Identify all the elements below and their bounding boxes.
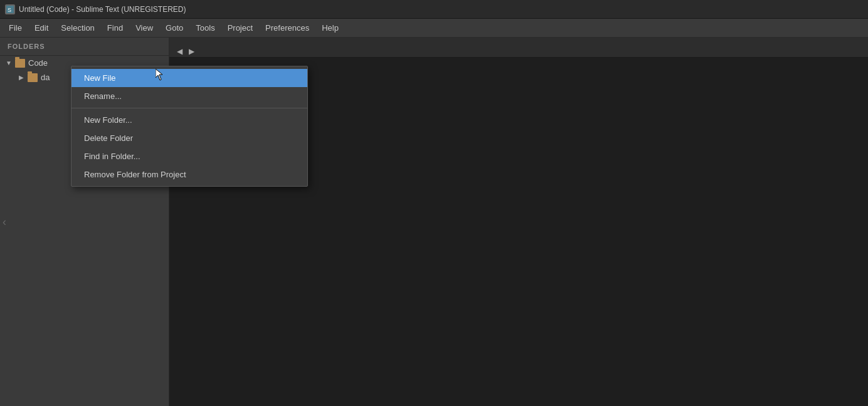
menu-project[interactable]: Project [221, 21, 259, 35]
subfolder-arrow-icon: ▶ [18, 74, 25, 81]
menu-edit[interactable]: Edit [28, 21, 55, 35]
nav-forward-icon[interactable]: ▶ [186, 46, 197, 57]
tab-bar: ◀ ▶ [169, 38, 868, 58]
sidebar-collapse-button[interactable]: ‹ [0, 211, 9, 234]
menu-preferences[interactable]: Preferences [259, 21, 315, 35]
folder-arrow-icon: ▼ [5, 60, 13, 67]
folder-name: Code [28, 58, 48, 68]
nav-arrows: ◀ ▶ [174, 46, 197, 57]
app-icon: S [5, 4, 15, 14]
sidebar-header: FOLDERS [0, 38, 169, 56]
title-bar: S Untitled (Code) - Sublime Text (UNREGI… [0, 0, 868, 19]
context-menu-new-folder[interactable]: New Folder... [71, 111, 307, 129]
context-menu: New File Rename... New Folder... Delete … [71, 66, 308, 187]
context-menu-find-in-folder[interactable]: Find in Folder... [71, 147, 307, 165]
context-menu-separator-1 [71, 108, 307, 108]
menu-bar: File Edit Selection Find View Goto Tools… [0, 19, 868, 38]
menu-selection[interactable]: Selection [55, 21, 100, 35]
context-menu-remove-folder[interactable]: Remove Folder from Project [71, 165, 307, 184]
context-menu-rename[interactable]: Rename... [71, 87, 307, 105]
menu-file[interactable]: File [3, 21, 28, 35]
menu-tools[interactable]: Tools [189, 21, 221, 35]
menu-view[interactable]: View [129, 21, 159, 35]
nav-back-icon[interactable]: ◀ [174, 46, 185, 57]
context-menu-delete-folder[interactable]: Delete Folder [71, 129, 307, 147]
menu-help[interactable]: Help [315, 21, 345, 35]
context-menu-new-file[interactable]: New File [71, 69, 307, 87]
menu-find[interactable]: Find [101, 21, 129, 35]
window-title: Untitled (Code) - Sublime Text (UNREGIST… [19, 5, 186, 14]
menu-goto[interactable]: Goto [159, 21, 189, 35]
subfolder-name: da [41, 73, 50, 82]
svg-text:S: S [8, 7, 11, 13]
subfolder-icon [28, 73, 38, 82]
folder-icon [15, 59, 25, 68]
